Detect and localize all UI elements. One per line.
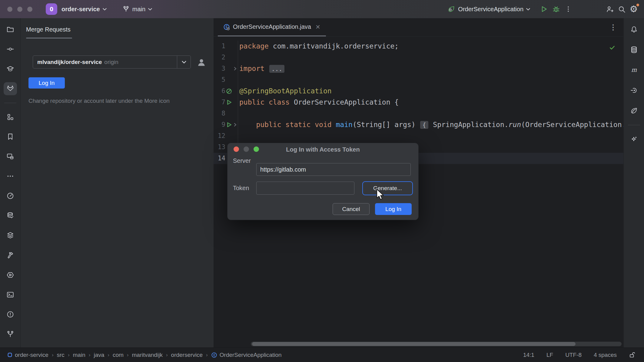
problems-tool-button[interactable]: [4, 308, 17, 321]
spring-bean-gutter-icon[interactable]: [225, 85, 233, 97]
breadcrumb-item[interactable]: src: [57, 352, 65, 358]
horizontal-scrollbar-thumb[interactable]: [252, 342, 576, 346]
breadcrumb-separator-icon: ›: [206, 352, 208, 358]
more-actions-button[interactable]: [562, 3, 574, 15]
account-icon[interactable]: [196, 57, 207, 68]
panel-login-button[interactable]: Log In: [28, 77, 65, 89]
breadcrumb-label: orderservice: [171, 352, 203, 358]
git-branch-icon: [6, 330, 14, 338]
structure-tool-button[interactable]: [4, 110, 17, 123]
caret-position[interactable]: 14:1: [523, 352, 534, 358]
close-window-button[interactable]: [7, 7, 12, 12]
run-button[interactable]: [538, 3, 550, 15]
add-user-button[interactable]: [603, 3, 616, 15]
device-database-icon: [6, 153, 14, 160]
breadcrumb-item[interactable]: main: [73, 352, 85, 358]
database-check-tool-button[interactable]: [4, 209, 17, 222]
breadcrumb-label: order-service: [15, 352, 48, 358]
code-text: import ...: [238, 63, 623, 74]
line-number: 3: [214, 63, 225, 74]
fold-slot: [233, 52, 238, 63]
fold-chevron-icon[interactable]: [233, 119, 238, 130]
debug-button[interactable]: [550, 3, 562, 15]
bookmarks-tool-button[interactable]: [4, 130, 17, 143]
notifications-bell-icon: [630, 25, 638, 33]
device-database-tool-button[interactable]: [4, 150, 17, 163]
project-selector[interactable]: order-service: [61, 6, 107, 13]
code-text: public class OrderServiceApplication {: [238, 97, 623, 108]
breadcrumb-separator-icon: ›: [166, 352, 168, 358]
server-input[interactable]: [256, 163, 411, 176]
breadcrumb-item[interactable]: java: [94, 352, 104, 358]
breadcrumb-item[interactable]: orderservice: [171, 352, 203, 358]
project-folder-tool-button[interactable]: [4, 23, 17, 36]
editor-tab-bar: C OrderServiceApplication.java ✕ ⋮: [214, 18, 623, 37]
maven-tool-button[interactable]: m: [627, 63, 641, 77]
code-line: 12: [214, 130, 623, 142]
commit-tool-button[interactable]: [4, 43, 17, 55]
code-line: 5: [214, 74, 623, 85]
line-number: 12: [214, 130, 225, 142]
close-tab-icon[interactable]: ✕: [315, 23, 320, 31]
ai-assistant-tool-button[interactable]: [627, 133, 641, 146]
svg-text:C: C: [213, 353, 215, 357]
code-text: [238, 74, 623, 85]
services-tool-button[interactable]: [4, 268, 17, 281]
run-configuration-selector[interactable]: OrderServiceApplication: [447, 5, 530, 13]
build-hammer-tool-button[interactable]: [4, 249, 17, 261]
line-number: 13: [214, 142, 225, 153]
problems-icon: [6, 310, 14, 318]
dialog-title: Log In with Access Token: [227, 146, 418, 153]
chevron-down-icon: [182, 61, 186, 64]
code-line: 3import ...: [214, 63, 623, 74]
repository-dropdown[interactable]: mlvandijk/order-service origin: [33, 55, 191, 69]
git-branch-tool-button[interactable]: [4, 328, 17, 340]
spring-leaf-tool-button[interactable]: [627, 104, 641, 117]
cancel-button[interactable]: Cancel: [333, 203, 370, 215]
indent-style[interactable]: 4 spaces: [594, 352, 617, 358]
breadcrumb-label: OrderServiceApplication: [220, 352, 282, 358]
settings-button[interactable]: ⚙: [628, 3, 640, 15]
commit-icon: [6, 45, 14, 53]
branch-name: main: [132, 6, 145, 13]
repository-dropdown-arrow[interactable]: [177, 56, 191, 68]
run-configuration-name: OrderServiceApplication: [458, 6, 523, 13]
profiler-gauge-tool-button[interactable]: [4, 189, 17, 202]
run-gutter-icon[interactable]: [225, 97, 233, 108]
horizontal-scrollbar[interactable]: [251, 342, 622, 346]
file-encoding[interactable]: UTF-8: [565, 352, 582, 358]
code-text: package com.maritvandijk.orderservice;: [238, 41, 623, 52]
terminal-tool-button[interactable]: [4, 288, 17, 301]
minimize-window-button[interactable]: [17, 7, 22, 12]
stripe-divider: [4, 103, 16, 103]
breadcrumb-item[interactable]: maritvandijk: [132, 352, 163, 358]
module-icon: [7, 352, 12, 357]
search-button[interactable]: [616, 3, 628, 15]
window-controls: [0, 7, 32, 12]
line-separator[interactable]: LF: [546, 352, 553, 358]
editor-tab-active[interactable]: C OrderServiceApplication.java ✕: [218, 18, 326, 36]
breadcrumb-item[interactable]: order-service: [7, 352, 48, 358]
layers-tool-button[interactable]: [4, 229, 17, 242]
token-input[interactable]: [256, 182, 354, 195]
tab-merge-requests[interactable]: Merge Requests: [26, 26, 71, 33]
titlebar: 0 order-service main OrderServiceApplica…: [0, 0, 644, 18]
run-gutter-icon[interactable]: [225, 119, 233, 130]
fold-chevron-icon[interactable]: [233, 63, 238, 74]
breadcrumb-label: maritvandijk: [132, 352, 163, 358]
learn-tool-button[interactable]: [4, 62, 17, 75]
inspections-ok-icon[interactable]: [609, 44, 616, 51]
lock-open-icon[interactable]: [629, 351, 636, 359]
zoom-window-button[interactable]: [27, 7, 32, 12]
breadcrumb-item[interactable]: COrderServiceApplication: [211, 352, 282, 358]
notifications-bell-tool-button[interactable]: [627, 23, 641, 36]
gitlab-tool-button[interactable]: [4, 82, 17, 95]
breadcrumb-item[interactable]: com: [113, 352, 124, 358]
database-tool-button[interactable]: [627, 43, 641, 56]
dialog-login-button[interactable]: Log In: [375, 203, 412, 215]
more-tool-windows-tool-button[interactable]: [4, 170, 17, 183]
generate-token-button[interactable]: Generate...: [362, 181, 413, 195]
gradle-tool-button[interactable]: [627, 84, 641, 97]
branch-selector[interactable]: main: [122, 5, 152, 13]
editor-tab-options-icon[interactable]: ⋮: [609, 23, 617, 32]
